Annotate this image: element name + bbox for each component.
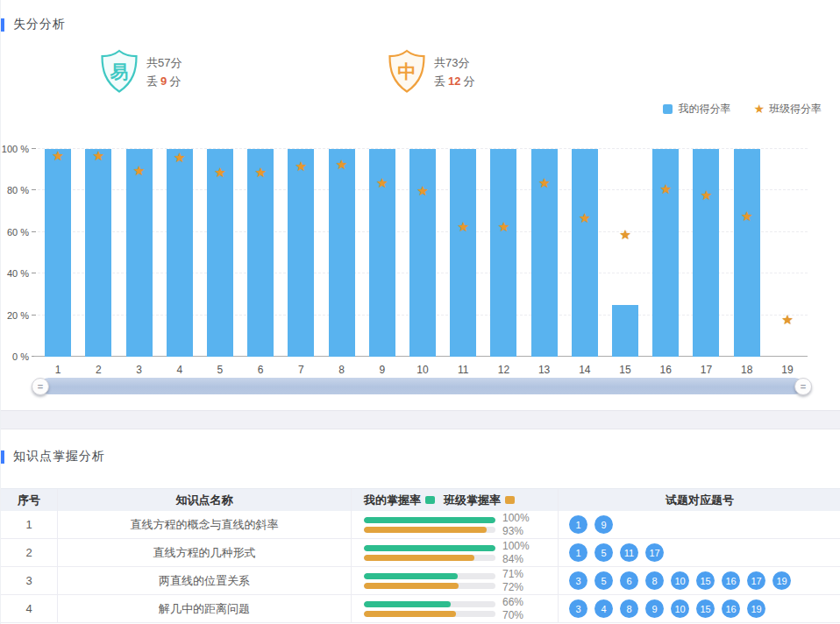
question-number-badge[interactable]: 15 bbox=[696, 599, 715, 618]
question-number-badge[interactable]: 15 bbox=[696, 571, 715, 590]
question-number-badge[interactable]: 6 bbox=[620, 571, 638, 590]
x-axis-label: 4 bbox=[160, 364, 200, 376]
question-number-badge[interactable]: 3 bbox=[569, 571, 587, 590]
question-number-badge[interactable]: 9 bbox=[594, 515, 613, 534]
chart-slot: ★19 bbox=[767, 149, 808, 357]
knowledge-point-name: 解几中的距离问题 bbox=[58, 595, 352, 622]
class-score-star[interactable]: ★ bbox=[579, 211, 590, 224]
question-number-badge[interactable]: 1 bbox=[569, 543, 587, 562]
class-score-star[interactable]: ★ bbox=[781, 313, 793, 326]
question-number-badge[interactable]: 5 bbox=[594, 543, 613, 562]
easy-lost-points: 丢9分 bbox=[146, 72, 182, 90]
legend-item-class-score[interactable]: ★班级得分率 bbox=[753, 102, 822, 117]
medium-lost-value: 12 bbox=[448, 74, 460, 88]
x-axis-label: 7 bbox=[281, 364, 321, 376]
class-score-star[interactable]: ★ bbox=[538, 175, 550, 188]
question-number-badge[interactable]: 8 bbox=[645, 571, 664, 590]
table-row: 3两直线的位置关系71%72%35681015161719 bbox=[1, 567, 840, 595]
class-score-star[interactable]: ★ bbox=[93, 149, 104, 162]
y-axis-label: 100 % bbox=[2, 144, 29, 154]
my-score-bar[interactable] bbox=[288, 149, 314, 357]
question-number-badge[interactable]: 16 bbox=[722, 571, 740, 590]
my-score-bar[interactable] bbox=[329, 149, 355, 357]
my-mastery-bar bbox=[364, 517, 495, 523]
chart-slot: ★12 bbox=[483, 149, 523, 357]
class-score-star[interactable]: ★ bbox=[741, 209, 752, 222]
my-score-bar[interactable] bbox=[572, 149, 598, 357]
question-number-badge[interactable]: 9 bbox=[645, 599, 664, 618]
class-score-star[interactable]: ★ bbox=[336, 157, 347, 170]
medium-total-points: 共73分 bbox=[434, 53, 474, 72]
table-row: 1直线方程的概念与直线的斜率100%93%19 bbox=[1, 511, 840, 539]
my-score-bar[interactable] bbox=[734, 149, 760, 357]
question-number-badge[interactable]: 3 bbox=[569, 599, 587, 618]
mastery-percentages: 66%70% bbox=[502, 596, 523, 622]
class-score-star[interactable]: ★ bbox=[133, 163, 145, 176]
my-score-bar[interactable] bbox=[693, 149, 719, 357]
chart-plot: ★1★2★3★4★5★6★7★8★9★10★11★12★13★14★15★16★… bbox=[38, 149, 808, 357]
x-axis-label: 15 bbox=[605, 364, 645, 376]
class-mastery-bar bbox=[364, 611, 456, 617]
my-score-bar[interactable] bbox=[126, 149, 153, 357]
mastery-percentages: 100%93% bbox=[502, 512, 530, 538]
legend-item-my-score[interactable]: 我的得分率 bbox=[663, 102, 730, 117]
x-axis-label: 16 bbox=[645, 364, 686, 376]
my-score-bar[interactable] bbox=[450, 149, 476, 357]
class-score-star[interactable]: ★ bbox=[295, 159, 307, 172]
class-score-star[interactable]: ★ bbox=[376, 175, 388, 188]
question-number-badge[interactable]: 17 bbox=[747, 571, 765, 590]
question-number-badge[interactable]: 10 bbox=[671, 571, 689, 590]
class-mastery-percent: 93% bbox=[502, 525, 530, 538]
medium-lost-points: 丢12分 bbox=[434, 72, 474, 90]
class-score-star[interactable]: ★ bbox=[254, 166, 266, 179]
question-number-badge[interactable]: 11 bbox=[620, 543, 638, 562]
question-number-badge[interactable]: 10 bbox=[671, 599, 689, 618]
class-mastery-bar bbox=[364, 555, 474, 561]
question-number-badge[interactable]: 19 bbox=[747, 599, 765, 618]
my-score-bar[interactable] bbox=[409, 149, 436, 357]
class-score-star[interactable]: ★ bbox=[52, 149, 63, 162]
class-score-star[interactable]: ★ bbox=[457, 219, 468, 232]
my-score-bar[interactable] bbox=[45, 149, 71, 357]
datazoom-slider[interactable]: = = bbox=[40, 378, 803, 394]
chart-slot: ★16 bbox=[645, 149, 686, 357]
knowledge-point-name: 直线方程的几种形式 bbox=[58, 539, 352, 566]
panel-divider bbox=[1, 410, 840, 429]
class-mastery-bar bbox=[364, 527, 487, 533]
my-score-bar[interactable] bbox=[85, 149, 111, 357]
datazoom-right-handle[interactable]: = bbox=[794, 378, 812, 395]
title-marker bbox=[1, 18, 4, 32]
class-score-star[interactable]: ★ bbox=[416, 184, 428, 197]
x-axis-label: 3 bbox=[118, 364, 159, 376]
my-mastery-bar bbox=[364, 601, 451, 607]
question-number-badge[interactable]: 19 bbox=[772, 571, 791, 590]
datazoom-left-handle[interactable]: = bbox=[32, 378, 49, 395]
my-mastery-bar bbox=[364, 573, 458, 579]
mastery-cell: 100%93% bbox=[352, 511, 559, 538]
chart-slot: ★3 bbox=[118, 149, 159, 357]
class-score-star[interactable]: ★ bbox=[174, 151, 185, 164]
chart-slot: ★6 bbox=[240, 149, 281, 357]
class-score-star[interactable]: ★ bbox=[660, 182, 672, 195]
question-number-badge[interactable]: 1 bbox=[569, 515, 587, 534]
my-score-bar[interactable] bbox=[612, 305, 638, 357]
question-number-badge[interactable]: 8 bbox=[620, 599, 638, 618]
class-score-star[interactable]: ★ bbox=[619, 228, 630, 241]
question-number-badge[interactable]: 17 bbox=[645, 543, 664, 562]
my-score-bar[interactable] bbox=[247, 149, 274, 357]
row-index: 3 bbox=[1, 567, 58, 594]
question-numbers-cell: 348910151619 bbox=[559, 599, 840, 618]
easy-difficulty-badge: 易 共57分 丢9分 bbox=[99, 49, 182, 95]
mastery-cell: 66%70% bbox=[352, 595, 559, 622]
my-score-bar[interactable] bbox=[167, 149, 193, 357]
my-score-bar[interactable] bbox=[207, 149, 233, 357]
question-number-badge[interactable]: 5 bbox=[594, 571, 613, 590]
question-number-badge[interactable]: 16 bbox=[722, 599, 740, 618]
table-body: 1直线方程的概念与直线的斜率100%93%192直线方程的几种形式100%84%… bbox=[1, 511, 840, 623]
mastery-bar-group bbox=[364, 598, 495, 620]
my-score-bar[interactable] bbox=[490, 149, 516, 357]
class-score-star[interactable]: ★ bbox=[214, 166, 225, 179]
question-number-badge[interactable]: 4 bbox=[594, 599, 613, 618]
class-score-star[interactable]: ★ bbox=[498, 219, 509, 232]
class-score-star[interactable]: ★ bbox=[701, 188, 712, 202]
